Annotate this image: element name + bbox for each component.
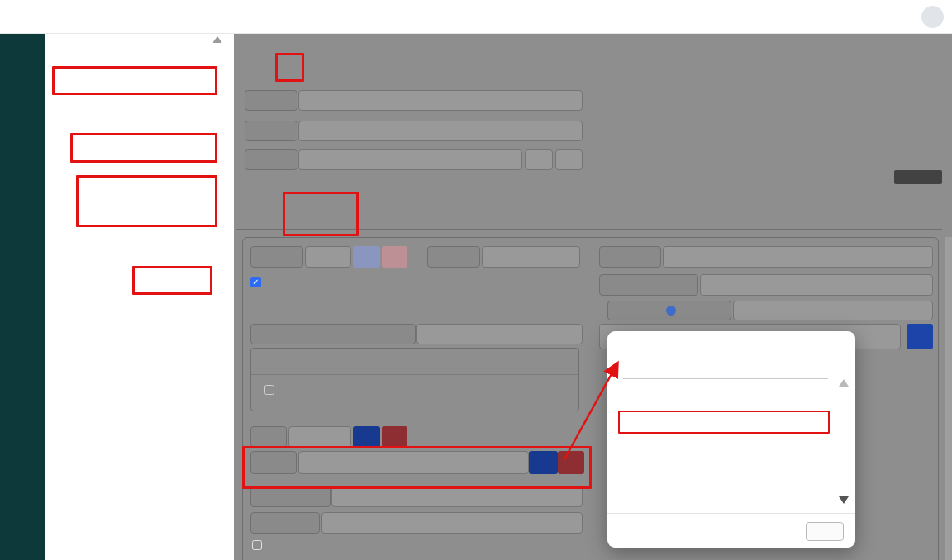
annotation-box-kampanje-row: [618, 411, 830, 434]
add-row-button[interactable]: [907, 324, 933, 349]
annotation-box-ski: [132, 266, 212, 295]
annotation-box-vinter-skiutstyr: [76, 175, 217, 227]
annotation-box-meny: [70, 133, 217, 163]
css-klasse-input[interactable]: [663, 246, 933, 268]
kategori-grupper-value: [331, 486, 583, 507]
listeside-browse-button[interactable]: [353, 246, 380, 268]
kategori-grupper-label: [250, 486, 331, 507]
logical-url-input[interactable]: [298, 149, 522, 170]
content-scrollbar[interactable]: [945, 237, 952, 560]
nav-scroll-up-icon[interactable]: [212, 36, 222, 43]
mal-value: [288, 426, 351, 448]
top-bar: [0, 0, 952, 34]
tab-divider: [236, 229, 942, 230]
flagg-browse-button[interactable]: [529, 451, 558, 474]
logical-url-delete-button[interactable]: [555, 149, 583, 170]
flagg-value: [298, 451, 529, 474]
modal-footer-divider: [607, 513, 855, 514]
mal-clear-button[interactable]: [382, 426, 407, 448]
id-badge: [894, 170, 942, 184]
modal-scroll-up-icon[interactable]: [839, 379, 849, 387]
listeside-value: [305, 246, 351, 268]
content-nav-panel: [45, 33, 234, 560]
search-boost-label: [599, 274, 698, 296]
oppdater-navn-checkbox[interactable]: ✓: [250, 277, 261, 287]
cancel-button[interactable]: [806, 522, 844, 541]
ekategoriid-input[interactable]: [321, 512, 583, 534]
logical-url-dropdown-button[interactable]: [525, 149, 553, 170]
flagg-clear-button[interactable]: [558, 451, 584, 474]
brand: [52, 0, 66, 33]
mal-browse-button[interactable]: [353, 426, 380, 448]
modal-scroll-down-icon[interactable]: [839, 496, 849, 504]
tittel-input[interactable]: [298, 121, 583, 141]
listeside-label: [250, 246, 303, 268]
ekategoriid-label: [250, 512, 320, 534]
tittel-label: [245, 121, 298, 141]
home-button[interactable]: [0, 0, 45, 33]
velg-element-modal: [607, 331, 855, 548]
annotation-box-save: [275, 53, 304, 82]
synlighet-label: [427, 246, 480, 268]
logical-url-label: [245, 149, 298, 170]
search-boost-input[interactable]: [700, 274, 933, 296]
eneste-synlige-label: [607, 301, 731, 320]
css-klasse-label: [599, 246, 661, 268]
main-content: ✓: [234, 33, 952, 560]
synlighet-select[interactable]: [482, 246, 580, 268]
listeside-clear-button[interactable]: [382, 246, 407, 268]
help-question-icon[interactable]: [666, 306, 676, 316]
videresending-group: [250, 348, 579, 411]
meny-undersider-input[interactable]: [416, 324, 583, 344]
app-rail: [0, 33, 45, 560]
navn-label: [245, 90, 298, 111]
meny-undersider-label: [250, 324, 416, 344]
videresending-checkbox[interactable]: [264, 385, 274, 395]
navn-input[interactable]: [298, 90, 583, 111]
eneste-synlige-value: [733, 301, 933, 320]
avatar[interactable]: [921, 6, 944, 28]
flagg-label: [250, 451, 297, 474]
mal-label: [250, 426, 287, 448]
videresending-title: [251, 349, 578, 375]
annotation-box-produkter: [52, 66, 217, 95]
flagg-table: [623, 378, 828, 379]
brand-divider: [59, 10, 60, 23]
ekskluder-checkbox[interactable]: [252, 540, 262, 550]
